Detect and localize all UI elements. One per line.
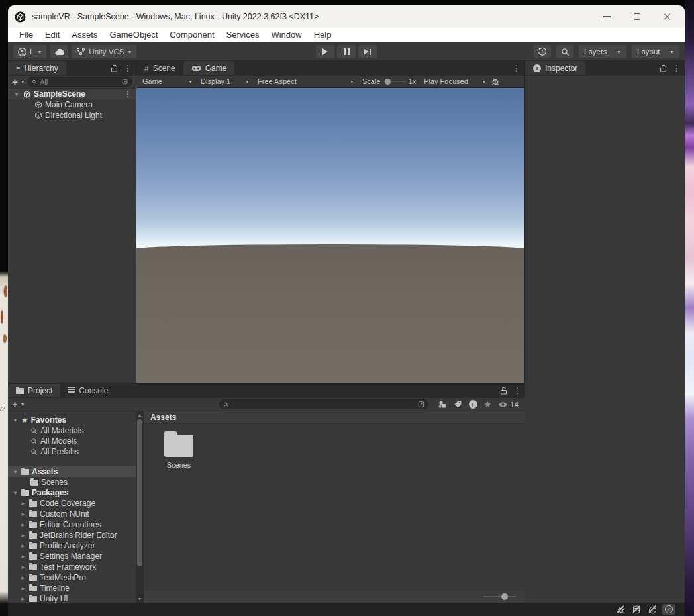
layout-dropdown[interactable]: Layout ▼: [632, 45, 679, 58]
kebab-menu-icon[interactable]: ⋮: [513, 64, 520, 72]
visibility-toggle[interactable]: 14: [498, 401, 519, 409]
tree-favorites[interactable]: ▼ ★ Favorites: [8, 415, 136, 425]
game-mode-dropdown[interactable]: Game ▼: [139, 76, 196, 88]
play-button[interactable]: [316, 45, 334, 58]
tree-assets-selected[interactable]: ▼ Assets: [8, 466, 136, 477]
tab-scene[interactable]: # Scene: [136, 61, 183, 75]
debugger-disabled-icon[interactable]: [615, 604, 626, 615]
hierarchy-scene-row[interactable]: ▼ SampleScene ⋮: [8, 89, 136, 99]
menu-gameobject[interactable]: GameObject: [103, 28, 164, 42]
search-button[interactable]: [556, 45, 573, 58]
open-search-window-icon[interactable]: [122, 78, 128, 85]
tree-package[interactable]: ►JetBrains Rider Editor: [8, 530, 136, 540]
hidden-packages-icon[interactable]: !: [469, 400, 477, 409]
assets-grid[interactable]: Scenes: [144, 424, 525, 590]
hierarchy-item-directional-light[interactable]: Directional Light: [8, 110, 136, 121]
menu-services[interactable]: Services: [221, 28, 266, 42]
tab-project[interactable]: Project: [8, 384, 60, 397]
menu-window[interactable]: Window: [265, 28, 307, 42]
chevron-down-icon[interactable]: ▼: [21, 79, 25, 84]
menu-help[interactable]: Help: [308, 28, 338, 42]
tree-package[interactable]: ►Custom NUnit: [8, 509, 136, 519]
add-asset-button[interactable]: +: [12, 399, 18, 409]
tree-scenes[interactable]: Scenes: [8, 477, 136, 488]
collapse-arrow-icon[interactable]: ►: [20, 511, 26, 517]
search-by-type-icon[interactable]: [438, 400, 447, 409]
thumbnail-size-slider[interactable]: [483, 596, 516, 597]
tab-game[interactable]: Game: [183, 61, 235, 75]
tree-package[interactable]: ►TextMeshPro: [8, 572, 136, 583]
asset-scenes-folder[interactable]: Scenes: [158, 435, 199, 469]
tree-all-models[interactable]: All Models: [8, 436, 136, 446]
pause-button[interactable]: [337, 45, 356, 58]
unlock-icon[interactable]: [500, 387, 507, 395]
scale-slider[interactable]: [383, 81, 406, 82]
collapse-arrow-icon[interactable]: ►: [20, 501, 26, 507]
expand-arrow-icon[interactable]: ▼: [12, 469, 19, 475]
collapse-arrow-icon[interactable]: ►: [20, 586, 26, 591]
scrollbar-thumb[interactable]: [137, 419, 142, 566]
open-search-window-icon[interactable]: [418, 401, 424, 408]
collapse-arrow-icon[interactable]: ►: [20, 596, 26, 602]
tree-package[interactable]: ►Profile Analyzer: [8, 540, 136, 551]
scroll-up-icon[interactable]: ▲: [136, 413, 144, 417]
menu-file[interactable]: File: [13, 28, 39, 42]
kebab-menu-icon[interactable]: ⋮: [513, 387, 521, 395]
collapse-arrow-icon[interactable]: ►: [20, 522, 26, 528]
play-focused-dropdown[interactable]: Play Focused ▼: [421, 76, 489, 88]
tree-packages[interactable]: ▼ Packages: [8, 488, 136, 498]
collapse-arrow-icon[interactable]: ►: [20, 554, 26, 560]
kebab-menu-icon[interactable]: ⋮: [124, 64, 132, 72]
layers-dropdown[interactable]: Layers ▼: [579, 45, 626, 58]
tree-package[interactable]: ►Timeline: [8, 583, 136, 593]
collapse-arrow-icon[interactable]: ►: [20, 533, 26, 539]
step-button[interactable]: [358, 45, 377, 58]
tree-package[interactable]: ►Editor Coroutines: [8, 519, 136, 530]
chevron-down-icon[interactable]: ▼: [21, 402, 25, 407]
cloud-button[interactable]: [50, 45, 68, 58]
maximize-button[interactable]: [632, 11, 642, 22]
unity-vcs-button[interactable]: Unity VCS ▼: [72, 45, 136, 58]
kebab-menu-icon[interactable]: ⋮: [124, 90, 132, 98]
kebab-menu-icon[interactable]: ⋮: [673, 64, 681, 72]
tab-inspector[interactable]: i Inspector: [525, 61, 585, 75]
aspect-dropdown[interactable]: Free Aspect ▼: [254, 76, 358, 88]
tree-package[interactable]: ►Unity UI: [8, 593, 136, 603]
expand-arrow-icon[interactable]: ▼: [13, 91, 20, 97]
unlock-icon[interactable]: [660, 64, 667, 72]
project-tree-scrollbar[interactable]: ▲ ▼: [136, 411, 144, 603]
favorites-star-icon[interactable]: ★: [484, 400, 492, 409]
tree-package[interactable]: ►Settings Manager: [8, 551, 136, 562]
hierarchy-search-input[interactable]: [40, 78, 119, 86]
collapse-arrow-icon[interactable]: ►: [20, 564, 26, 570]
menu-edit[interactable]: Edit: [39, 28, 66, 42]
tree-package[interactable]: ►Test Framework: [8, 562, 136, 572]
undo-history-button[interactable]: [534, 45, 551, 58]
tab-console[interactable]: Console: [60, 384, 116, 397]
unlock-icon[interactable]: [111, 64, 118, 72]
cache-server-disconnected-icon[interactable]: [630, 604, 642, 615]
project-search-input[interactable]: [232, 401, 415, 409]
menu-component[interactable]: Component: [164, 28, 220, 42]
hierarchy-search[interactable]: [28, 77, 132, 87]
tree-all-materials[interactable]: All Materials: [8, 425, 136, 436]
hierarchy-item-main-camera[interactable]: Main Camera: [8, 99, 136, 110]
bug-icon[interactable]: [491, 77, 500, 86]
display-dropdown[interactable]: Display 1 ▼: [197, 76, 253, 88]
progress-idle-icon[interactable]: ✓: [662, 604, 675, 615]
tree-all-prefabs[interactable]: All Prefabs: [8, 446, 136, 457]
menu-assets[interactable]: Assets: [66, 28, 103, 42]
close-button[interactable]: [662, 11, 673, 22]
expand-arrow-icon[interactable]: ▼: [12, 490, 19, 496]
game-viewport[interactable]: [136, 88, 524, 383]
minimize-button[interactable]: [601, 11, 612, 22]
search-by-label-icon[interactable]: [454, 400, 462, 409]
scroll-down-icon[interactable]: ▼: [136, 597, 144, 601]
collapse-arrow-icon[interactable]: ►: [20, 543, 26, 549]
account-button[interactable]: L ▼: [13, 45, 46, 58]
tree-package[interactable]: ►Code Coverage: [8, 498, 136, 509]
project-search[interactable]: [219, 399, 428, 409]
expand-arrow-icon[interactable]: ▼: [12, 417, 19, 423]
collapse-arrow-icon[interactable]: ►: [20, 575, 26, 581]
tab-hierarchy[interactable]: ≡ Hierarchy: [8, 61, 66, 75]
